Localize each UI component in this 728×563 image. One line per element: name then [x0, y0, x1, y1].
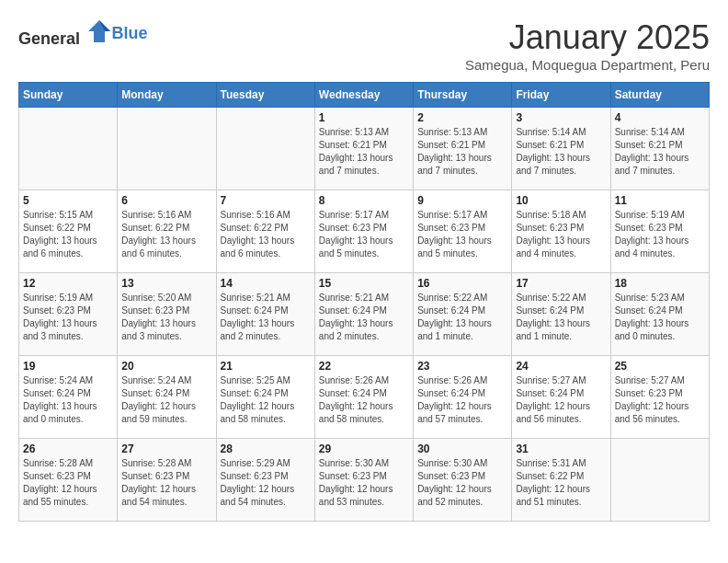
calendar-week-5: 26 Sunrise: 5:28 AMSunset: 6:23 PMDaylig… — [19, 439, 710, 522]
calendar-day: 2 Sunrise: 5:13 AMSunset: 6:21 PMDayligh… — [414, 108, 512, 190]
calendar-day: 8 Sunrise: 5:17 AMSunset: 6:23 PMDayligh… — [314, 190, 413, 273]
day-detail: Sunrise: 5:16 AMSunset: 6:22 PMDaylight:… — [221, 209, 311, 260]
calendar-day — [19, 108, 118, 190]
day-detail: Sunrise: 5:21 AMSunset: 6:24 PMDaylight:… — [221, 292, 311, 343]
calendar-day: 24 Sunrise: 5:27 AMSunset: 6:24 PMDaylig… — [512, 356, 610, 439]
calendar-day: 27 Sunrise: 5:28 AMSunset: 6:23 PMDaylig… — [118, 439, 216, 522]
calendar-week-3: 12 Sunrise: 5:19 AMSunset: 6:23 PMDaylig… — [19, 273, 710, 356]
day-number: 21 — [221, 360, 311, 373]
day-detail: Sunrise: 5:17 AMSunset: 6:23 PMDaylight:… — [319, 209, 409, 260]
day-number: 10 — [516, 194, 606, 207]
day-detail: Sunrise: 5:30 AMSunset: 6:23 PMDaylight:… — [417, 457, 507, 509]
logo-icon — [86, 18, 112, 44]
day-number: 4 — [615, 111, 705, 124]
day-number: 15 — [319, 277, 409, 290]
calendar-day: 31 Sunrise: 5:31 AMSunset: 6:22 PMDaylig… — [512, 439, 610, 522]
day-number: 26 — [23, 442, 113, 455]
day-number: 6 — [121, 194, 211, 207]
day-number: 2 — [417, 111, 507, 124]
day-detail: Sunrise: 5:13 AMSunset: 6:21 PMDaylight:… — [417, 126, 507, 178]
day-number: 17 — [516, 277, 606, 290]
calendar-day: 30 Sunrise: 5:30 AMSunset: 6:23 PMDaylig… — [414, 439, 512, 522]
calendar-day: 4 Sunrise: 5:14 AMSunset: 6:21 PMDayligh… — [610, 108, 709, 190]
day-number: 11 — [615, 194, 705, 207]
day-number: 9 — [417, 194, 507, 207]
calendar-day: 17 Sunrise: 5:22 AMSunset: 6:24 PMDaylig… — [512, 273, 610, 356]
day-detail: Sunrise: 5:24 AMSunset: 6:24 PMDaylight:… — [121, 374, 211, 426]
day-number: 28 — [221, 442, 311, 455]
day-detail: Sunrise: 5:20 AMSunset: 6:23 PMDaylight:… — [121, 292, 211, 343]
month-title: January 2025 — [465, 18, 710, 57]
calendar-day: 21 Sunrise: 5:25 AMSunset: 6:24 PMDaylig… — [216, 356, 314, 439]
calendar-day: 23 Sunrise: 5:26 AMSunset: 6:24 PMDaylig… — [414, 356, 512, 439]
calendar-day: 16 Sunrise: 5:22 AMSunset: 6:24 PMDaylig… — [414, 273, 512, 356]
day-number: 22 — [319, 360, 409, 373]
day-detail: Sunrise: 5:17 AMSunset: 6:23 PMDaylight:… — [417, 209, 507, 260]
day-number: 27 — [121, 442, 211, 455]
day-detail: Sunrise: 5:16 AMSunset: 6:22 PMDaylight:… — [121, 209, 211, 260]
calendar-day: 26 Sunrise: 5:28 AMSunset: 6:23 PMDaylig… — [19, 439, 118, 522]
calendar-day: 7 Sunrise: 5:16 AMSunset: 6:22 PMDayligh… — [216, 190, 314, 273]
day-detail: Sunrise: 5:31 AMSunset: 6:22 PMDaylight:… — [516, 457, 606, 509]
calendar-day: 5 Sunrise: 5:15 AMSunset: 6:22 PMDayligh… — [19, 190, 118, 273]
calendar-day: 13 Sunrise: 5:20 AMSunset: 6:23 PMDaylig… — [118, 273, 216, 356]
calendar-day: 20 Sunrise: 5:24 AMSunset: 6:24 PMDaylig… — [118, 356, 216, 439]
day-detail: Sunrise: 5:29 AMSunset: 6:23 PMDaylight:… — [221, 457, 311, 509]
calendar-day: 22 Sunrise: 5:26 AMSunset: 6:24 PMDaylig… — [314, 356, 413, 439]
day-detail: Sunrise: 5:27 AMSunset: 6:23 PMDaylight:… — [615, 374, 705, 426]
calendar-day: 15 Sunrise: 5:21 AMSunset: 6:24 PMDaylig… — [314, 273, 413, 356]
calendar-day: 28 Sunrise: 5:29 AMSunset: 6:23 PMDaylig… — [216, 439, 314, 522]
calendar-day: 3 Sunrise: 5:14 AMSunset: 6:21 PMDayligh… — [512, 108, 610, 190]
calendar-day: 19 Sunrise: 5:24 AMSunset: 6:24 PMDaylig… — [19, 356, 118, 439]
calendar-day: 12 Sunrise: 5:19 AMSunset: 6:23 PMDaylig… — [19, 273, 118, 356]
day-detail: Sunrise: 5:14 AMSunset: 6:21 PMDaylight:… — [516, 126, 606, 178]
calendar-day — [118, 108, 216, 190]
day-number: 13 — [121, 277, 211, 290]
day-detail: Sunrise: 5:23 AMSunset: 6:24 PMDaylight:… — [615, 292, 705, 343]
day-number: 12 — [23, 277, 113, 290]
day-detail: Sunrise: 5:25 AMSunset: 6:24 PMDaylight:… — [221, 374, 311, 426]
day-number: 30 — [417, 442, 507, 455]
weekday-header-saturday: Saturday — [610, 83, 709, 108]
day-detail: Sunrise: 5:15 AMSunset: 6:22 PMDaylight:… — [23, 209, 113, 260]
logo-general: General — [18, 29, 80, 48]
calendar-day: 9 Sunrise: 5:17 AMSunset: 6:23 PMDayligh… — [414, 190, 512, 273]
day-detail: Sunrise: 5:19 AMSunset: 6:23 PMDaylight:… — [615, 209, 705, 260]
calendar-day: 11 Sunrise: 5:19 AMSunset: 6:23 PMDaylig… — [610, 190, 709, 273]
weekday-header-tuesday: Tuesday — [216, 83, 314, 108]
calendar-day: 6 Sunrise: 5:16 AMSunset: 6:22 PMDayligh… — [118, 190, 216, 273]
page-header: General Blue January 2025 Samegua, Moque… — [18, 18, 710, 73]
calendar-day: 25 Sunrise: 5:27 AMSunset: 6:23 PMDaylig… — [610, 356, 709, 439]
weekday-header-monday: Monday — [118, 83, 216, 108]
weekday-header-sunday: Sunday — [19, 83, 118, 108]
location-subtitle: Samegua, Moquegua Department, Peru — [465, 57, 710, 73]
calendar-week-1: 1 Sunrise: 5:13 AMSunset: 6:21 PMDayligh… — [19, 108, 710, 190]
day-detail: Sunrise: 5:22 AMSunset: 6:24 PMDaylight:… — [417, 292, 507, 343]
calendar-week-2: 5 Sunrise: 5:15 AMSunset: 6:22 PMDayligh… — [19, 190, 710, 273]
day-number: 20 — [121, 360, 211, 373]
day-number: 5 — [23, 194, 113, 207]
calendar-day: 14 Sunrise: 5:21 AMSunset: 6:24 PMDaylig… — [216, 273, 314, 356]
day-number: 1 — [319, 111, 409, 124]
calendar-table: SundayMondayTuesdayWednesdayThursdayFrid… — [18, 82, 710, 522]
day-number: 3 — [516, 111, 606, 124]
calendar-day: 1 Sunrise: 5:13 AMSunset: 6:21 PMDayligh… — [314, 108, 413, 190]
calendar-day: 10 Sunrise: 5:18 AMSunset: 6:23 PMDaylig… — [512, 190, 610, 273]
day-detail: Sunrise: 5:28 AMSunset: 6:23 PMDaylight:… — [121, 457, 211, 509]
calendar-week-4: 19 Sunrise: 5:24 AMSunset: 6:24 PMDaylig… — [19, 356, 710, 439]
day-detail: Sunrise: 5:30 AMSunset: 6:23 PMDaylight:… — [319, 457, 409, 509]
day-detail: Sunrise: 5:28 AMSunset: 6:23 PMDaylight:… — [23, 457, 113, 509]
day-number: 8 — [319, 194, 409, 207]
day-detail: Sunrise: 5:13 AMSunset: 6:21 PMDaylight:… — [319, 126, 409, 178]
weekday-header-friday: Friday — [512, 83, 610, 108]
day-number: 16 — [417, 277, 507, 290]
day-number: 14 — [221, 277, 311, 290]
day-number: 25 — [615, 360, 705, 373]
day-detail: Sunrise: 5:26 AMSunset: 6:24 PMDaylight:… — [319, 374, 409, 426]
title-section: January 2025 Samegua, Moquegua Departmen… — [465, 18, 710, 73]
calendar-day — [216, 108, 314, 190]
calendar-day: 18 Sunrise: 5:23 AMSunset: 6:24 PMDaylig… — [610, 273, 709, 356]
day-number: 29 — [319, 442, 409, 455]
day-detail: Sunrise: 5:21 AMSunset: 6:24 PMDaylight:… — [319, 292, 409, 343]
logo: General Blue — [18, 18, 148, 49]
